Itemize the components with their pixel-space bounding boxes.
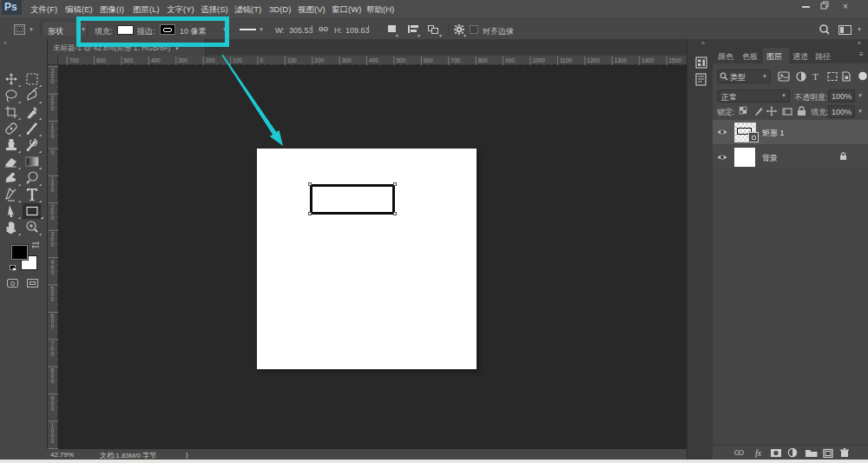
svg-text:600: 600 (424, 57, 433, 63)
svg-text:900: 900 (505, 57, 515, 63)
svg-text:1500: 1500 (669, 57, 682, 63)
svg-text:0: 0 (51, 187, 55, 193)
svg-text:0: 0 (51, 438, 55, 444)
svg-text:0: 0 (51, 241, 55, 248)
svg-text:600: 600 (96, 57, 106, 63)
svg-text:0: 0 (51, 351, 55, 357)
svg-text:fx: fx (755, 448, 762, 458)
svg-text:800: 800 (478, 57, 488, 63)
svg-text:500: 500 (397, 57, 406, 63)
svg-text:400: 400 (369, 57, 378, 63)
svg-text:1400: 1400 (641, 57, 654, 63)
svg-text:0: 0 (51, 78, 55, 84)
svg-text:0: 0 (51, 378, 55, 384)
svg-text:0: 0 (51, 105, 55, 111)
svg-text:1200: 1200 (587, 57, 600, 63)
svg-text:700: 700 (450, 57, 460, 63)
svg-text:400: 400 (151, 57, 161, 63)
svg-text:300: 300 (178, 57, 187, 63)
svg-text:0: 0 (51, 133, 55, 139)
svg-text:500: 500 (124, 57, 134, 63)
svg-text:T: T (812, 71, 819, 82)
svg-text:300: 300 (342, 57, 352, 63)
svg-text:700: 700 (69, 57, 79, 63)
svg-text:0: 0 (51, 149, 55, 155)
svg-text:1000: 1000 (533, 57, 546, 63)
svg-text:1300: 1300 (615, 57, 628, 63)
svg-text:200: 200 (314, 57, 324, 63)
svg-text:0: 0 (51, 406, 55, 412)
svg-text:1100: 1100 (560, 57, 572, 63)
svg-text:0: 0 (51, 296, 55, 302)
svg-text:0: 0 (51, 269, 55, 275)
svg-text:0: 0 (51, 323, 55, 329)
svg-text:0: 0 (51, 215, 55, 221)
